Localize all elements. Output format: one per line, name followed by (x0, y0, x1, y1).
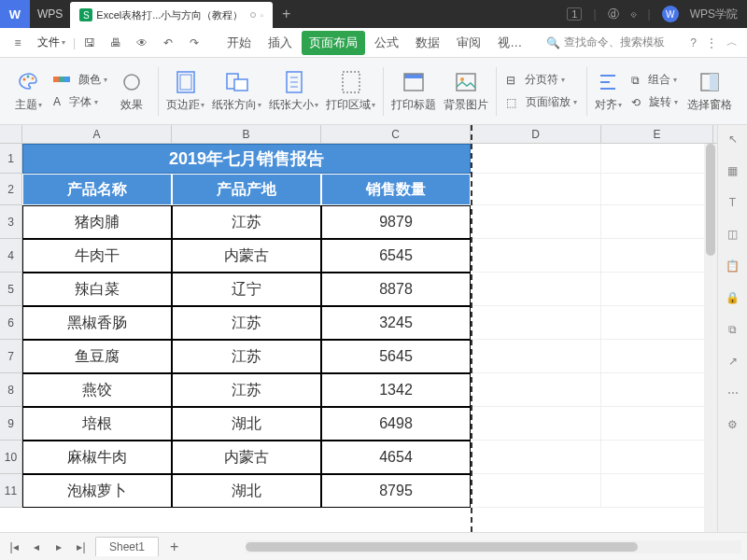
rotate-button[interactable]: ⟲ 旋转▾ (631, 92, 678, 113)
row-header[interactable]: 8 (0, 373, 22, 407)
cell[interactable] (471, 144, 601, 174)
cloud-icon[interactable]: ⓓ (608, 7, 619, 22)
cell[interactable]: 产品名称 (22, 174, 172, 205)
cell[interactable]: 2019年七月销售报告 (22, 144, 471, 174)
align-button[interactable]: 对齐▾ (591, 69, 626, 113)
bg-image-button[interactable]: 背景图片 (440, 69, 492, 113)
text-icon[interactable]: T (725, 194, 741, 211)
cell[interactable] (601, 441, 713, 474)
row-header[interactable]: 6 (0, 306, 22, 340)
cell[interactable]: 6498 (321, 407, 471, 441)
cell[interactable] (471, 239, 601, 273)
cell[interactable]: 江苏 (172, 205, 321, 239)
print-titles-button[interactable]: 打印标题 (388, 69, 440, 113)
selection-pane-button[interactable]: 选择窗格 (684, 69, 736, 113)
cell[interactable]: 猪肉脯 (22, 205, 172, 239)
cell[interactable]: 江苏 (172, 340, 321, 373)
cell[interactable]: 鱼豆腐 (22, 340, 172, 373)
cell[interactable]: 8878 (321, 273, 471, 306)
cell[interactable]: 湖北 (172, 474, 321, 508)
col-header-C[interactable]: C (321, 125, 471, 143)
sheet-first-icon[interactable]: |◂ (6, 540, 22, 553)
breaks-button[interactable]: ⊟ 分页符▾ (506, 70, 576, 91)
cell[interactable]: 泡椒萝卜 (22, 474, 172, 508)
row-header[interactable]: 10 (0, 441, 22, 474)
link-icon[interactable]: ⧉ (725, 321, 741, 338)
col-header-D[interactable]: D (471, 125, 601, 143)
cell[interactable]: 内蒙古 (172, 239, 321, 273)
cell[interactable] (601, 273, 713, 306)
theme-button[interactable]: 主题▾ (11, 69, 46, 113)
zoom-button[interactable]: ⬚ 页面缩放▾ (506, 92, 576, 113)
add-sheet-button[interactable]: + (164, 539, 184, 555)
preview-icon[interactable]: 👁 (130, 31, 154, 55)
col-header-E[interactable]: E (601, 125, 713, 143)
tab-2[interactable]: 页面布局 (302, 31, 365, 55)
cell[interactable]: 燕饺 (22, 373, 172, 407)
vertical-scrollbar[interactable] (704, 144, 717, 532)
print-area-button[interactable]: 打印区域▾ (322, 69, 379, 113)
cell[interactable] (471, 273, 601, 306)
home-label[interactable]: WPS (30, 7, 70, 21)
user-badge[interactable]: W (662, 6, 679, 22)
cell[interactable] (471, 205, 601, 239)
undo-icon[interactable]: ↶ (156, 31, 180, 55)
font-button[interactable]: A 字体▾ (53, 91, 107, 112)
effect-button[interactable]: 效果 (115, 69, 148, 113)
group-button[interactable]: ⧉ 组合▾ (631, 70, 678, 91)
tab-6[interactable]: 视… (490, 31, 529, 55)
cell[interactable]: 辽宁 (172, 273, 321, 306)
size-button[interactable]: 纸张大小▾ (265, 69, 322, 113)
cell[interactable]: 麻椒牛肉 (22, 441, 172, 474)
cell[interactable]: 江苏 (172, 373, 321, 407)
cell[interactable] (601, 407, 713, 441)
row-header[interactable]: 1 (0, 144, 22, 174)
cell[interactable] (471, 340, 601, 373)
cell[interactable] (471, 474, 601, 508)
sync-icon[interactable]: ⟐ (630, 7, 637, 21)
cell[interactable]: 产品产地 (172, 174, 321, 205)
cell[interactable]: 6545 (321, 239, 471, 273)
row-header[interactable]: 7 (0, 340, 22, 373)
new-tab-button[interactable]: + (273, 6, 300, 22)
document-tab[interactable]: S Excel表格打...小与方向（教程） ▫ (70, 2, 273, 28)
row-header[interactable]: 9 (0, 407, 22, 441)
cell[interactable] (601, 474, 713, 508)
cell[interactable]: 5645 (321, 340, 471, 373)
layers-icon[interactable]: ◫ (725, 226, 741, 243)
tab-menu-icon[interactable]: ▫ (260, 10, 263, 21)
cell[interactable] (601, 174, 713, 205)
tab-5[interactable]: 审阅 (449, 31, 488, 55)
select-all-corner[interactable] (0, 125, 22, 143)
cell[interactable]: 牛肉干 (22, 239, 172, 273)
orientation-button[interactable]: 纸张方向▾ (208, 69, 265, 113)
more-icon[interactable]: ⋮ (706, 36, 717, 49)
col-header-B[interactable]: B (172, 125, 321, 143)
sheet-last-icon[interactable]: ▸| (73, 540, 90, 553)
table-icon[interactable]: ▦ (725, 162, 741, 179)
cell[interactable]: 内蒙古 (172, 441, 321, 474)
row-header[interactable]: 2 (0, 174, 22, 205)
academy-link[interactable]: WPS学院 (690, 7, 738, 22)
cell[interactable]: 湖北 (172, 407, 321, 441)
tab-3[interactable]: 公式 (367, 31, 406, 55)
row-header[interactable]: 3 (0, 205, 22, 239)
cell[interactable]: 辣白菜 (22, 273, 172, 306)
cell[interactable] (471, 407, 601, 441)
cell[interactable]: 江苏 (172, 306, 321, 340)
row-header[interactable]: 4 (0, 239, 22, 273)
sheet-next-icon[interactable]: ▸ (50, 540, 67, 553)
app-logo[interactable]: W (0, 0, 30, 28)
tab-0[interactable]: 开始 (219, 31, 259, 55)
row-header[interactable]: 5 (0, 273, 22, 306)
collapse-ribbon-icon[interactable]: ︿ (726, 35, 738, 50)
cell[interactable]: 9879 (321, 205, 471, 239)
more-side-icon[interactable]: ⋯ (725, 385, 741, 401)
cell[interactable] (601, 239, 713, 273)
cell[interactable]: 3245 (321, 306, 471, 340)
tab-1[interactable]: 插入 (261, 31, 300, 55)
cell[interactable] (601, 373, 713, 407)
cell[interactable] (471, 441, 601, 474)
save-icon[interactable]: 🖫 (78, 31, 102, 55)
cell[interactable] (471, 373, 601, 407)
